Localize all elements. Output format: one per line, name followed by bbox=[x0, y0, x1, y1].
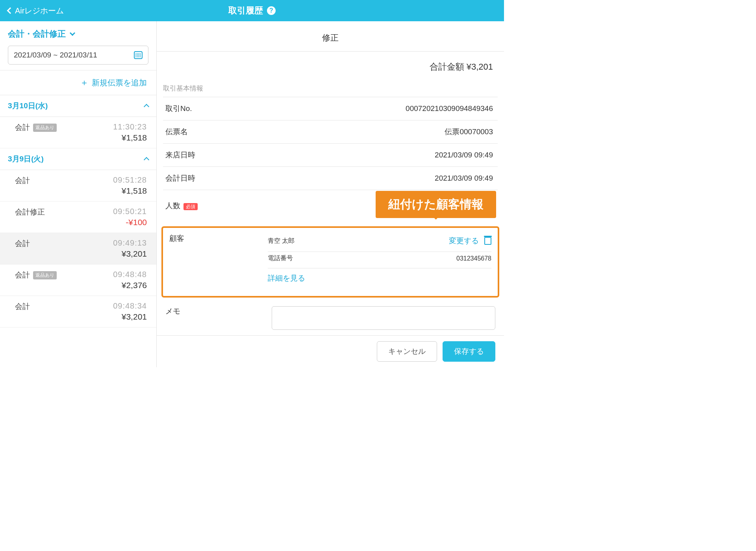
calendar-icon bbox=[134, 51, 143, 59]
row-slip-name: 伝票名伝票00070003 bbox=[163, 120, 498, 144]
change-customer-link[interactable]: 変更する bbox=[449, 236, 479, 246]
phone-value: 0312345678 bbox=[456, 255, 491, 262]
section-label: 取引基本情報 bbox=[157, 81, 504, 97]
customer-detail-link[interactable]: 詳細を見る bbox=[268, 273, 305, 283]
plus-icon: ＋ bbox=[80, 78, 89, 87]
trash-icon[interactable] bbox=[484, 237, 491, 245]
required-badge: 必須 bbox=[183, 203, 198, 210]
memo-textarea[interactable] bbox=[272, 306, 495, 330]
customer-info-box: 顧客 青空 太郎 変更する 電話番号 0312345678 bbox=[161, 226, 499, 298]
chevron-up-icon bbox=[144, 104, 149, 109]
day-header[interactable]: 3月10日(水) bbox=[0, 95, 156, 117]
annotation-callout: 紐付けた顧客情報 bbox=[376, 191, 496, 218]
transaction-item[interactable]: 会計 09:48:34¥3,201 bbox=[0, 296, 156, 327]
row-memo: メモ bbox=[157, 298, 504, 330]
detail-panel: 紐付けた顧客情報 修正 合計金額 ¥3,201 取引基本情報 取引No.0007… bbox=[157, 21, 504, 367]
transaction-item[interactable]: 会計 09:49:13¥3,201 bbox=[0, 233, 156, 264]
page-title: 取引履歴 ? bbox=[228, 5, 276, 17]
row-tx-no: 取引No.000720210309094849346 bbox=[163, 97, 498, 120]
back-button[interactable]: Airレジホーム bbox=[0, 6, 64, 16]
day-header[interactable]: 3月9日(火) bbox=[0, 148, 156, 170]
return-badge: 返品あり bbox=[33, 124, 57, 132]
add-slip-button[interactable]: ＋新規伝票を追加 bbox=[0, 70, 156, 95]
chevron-up-icon bbox=[144, 157, 149, 163]
transaction-item[interactable]: 会計修正 09:50:21-¥100 bbox=[0, 202, 156, 233]
chevron-down-icon bbox=[70, 30, 75, 36]
total-amount: 合計金額 ¥3,201 bbox=[157, 61, 504, 81]
transaction-item[interactable]: 会計 09:51:28¥1,518 bbox=[0, 170, 156, 202]
transaction-item[interactable]: 会計返品あり 09:48:48¥2,376 bbox=[0, 264, 156, 296]
row-account-time: 会計日時2021/03/09 09:49 bbox=[163, 167, 498, 190]
save-button[interactable]: 保存する bbox=[443, 341, 495, 362]
detail-footer: キャンセル 保存する bbox=[157, 335, 504, 367]
app-header: Airレジホーム 取引履歴 ? bbox=[0, 0, 504, 21]
filter-type-dropdown[interactable]: 会計・会計修正 bbox=[8, 28, 148, 39]
detail-title: 修正 bbox=[157, 21, 504, 51]
transaction-list[interactable]: 3月10日(水)会計返品あり 11:30:23¥1,5183月9日(火)会計 0… bbox=[0, 95, 156, 367]
transaction-item[interactable]: 会計返品あり 11:30:23¥1,518 bbox=[0, 117, 156, 148]
cancel-button[interactable]: キャンセル bbox=[377, 341, 437, 362]
phone-label: 電話番号 bbox=[268, 254, 293, 263]
back-label: Airレジホーム bbox=[15, 6, 64, 16]
customer-name: 青空 太郎 bbox=[268, 237, 295, 245]
chevron-left-icon bbox=[7, 7, 14, 14]
sidebar: 会計・会計修正 2021/03/09 ~ 2021/03/11 ＋新規伝票を追加… bbox=[0, 21, 157, 367]
help-icon[interactable]: ? bbox=[267, 6, 276, 15]
row-visit-time: 来店日時2021/03/09 09:49 bbox=[163, 144, 498, 167]
date-range-input[interactable]: 2021/03/09 ~ 2021/03/11 bbox=[8, 46, 148, 65]
return-badge: 返品あり bbox=[33, 271, 57, 279]
